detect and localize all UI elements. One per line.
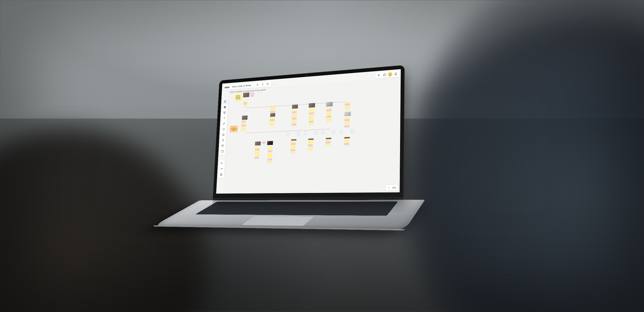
image-thumbnail[interactable] — [292, 104, 298, 109]
sticky-note[interactable] — [309, 110, 314, 112]
sticky-note[interactable] — [270, 111, 275, 113]
sticky-note[interactable] — [267, 156, 272, 158]
sticky-note[interactable] — [270, 117, 275, 119]
sticky-note[interactable] — [344, 123, 350, 125]
sticky-note[interactable] — [291, 141, 296, 143]
image-thumbnail[interactable] — [267, 141, 273, 145]
sticky-note[interactable] — [344, 143, 349, 145]
image-thumbnail[interactable] — [270, 113, 276, 117]
export-button[interactable] — [260, 82, 264, 86]
sticky-note[interactable] — [291, 147, 296, 149]
sticky-note[interactable] — [309, 116, 314, 118]
notifications-button[interactable] — [393, 71, 398, 76]
device-frame[interactable] — [333, 130, 335, 134]
undo-button[interactable] — [219, 160, 224, 166]
sticky-note[interactable] — [270, 123, 274, 126]
fit-view-button[interactable] — [219, 172, 224, 177]
sticky-note[interactable] — [255, 155, 259, 156]
sticky-note[interactable] — [292, 119, 297, 121]
sticky-note[interactable] — [326, 142, 330, 143]
sticky-note[interactable] — [309, 114, 314, 116]
redo-button[interactable] — [219, 166, 224, 172]
device-frame[interactable] — [315, 131, 317, 134]
sticky-note[interactable] — [244, 100, 247, 102]
sticky-note[interactable] — [327, 109, 332, 111]
board-menu-button[interactable] — [256, 82, 259, 87]
sticky-note[interactable] — [292, 109, 297, 111]
sticky-note[interactable] — [292, 118, 296, 119]
tool-connect[interactable] — [220, 137, 226, 143]
device-frame[interactable] — [322, 131, 324, 134]
sticky-note[interactable] — [292, 113, 297, 115]
sticky-note[interactable] — [254, 157, 259, 158]
device-frame[interactable] — [304, 132, 306, 135]
sticky-note[interactable] — [308, 123, 314, 125]
sticky-note[interactable] — [270, 121, 275, 123]
sticky-note[interactable] — [250, 94, 254, 96]
search-button[interactable] — [266, 82, 270, 86]
sticky-note[interactable] — [326, 111, 331, 113]
sticky-note[interactable] — [345, 116, 350, 118]
image-thumbnail[interactable] — [242, 115, 248, 120]
sticky-note[interactable] — [309, 112, 314, 114]
device-frame[interactable] — [297, 132, 299, 135]
sticky-note[interactable] — [268, 152, 272, 154]
sticky-note[interactable] — [345, 101, 350, 104]
tool-select[interactable] — [223, 99, 228, 104]
sticky-note[interactable] — [308, 142, 313, 144]
sticky-note[interactable] — [292, 122, 297, 124]
image-thumbnail[interactable] — [344, 112, 351, 116]
sticky-note[interactable] — [326, 139, 330, 141]
tool-shapes[interactable] — [221, 126, 226, 132]
sticky-note[interactable] — [290, 151, 296, 153]
image-thumbnail[interactable] — [308, 103, 316, 108]
sticky-note[interactable]: Aktuelle, gekürzte Fassung — [234, 94, 242, 101]
sticky-note[interactable] — [268, 150, 272, 152]
image-thumbnail[interactable] — [344, 136, 350, 138]
sticky-note[interactable] — [326, 116, 331, 118]
sticky-note[interactable] — [344, 121, 350, 123]
device-frame[interactable] — [340, 130, 342, 133]
sticky-note[interactable] — [308, 146, 313, 148]
tool-comment[interactable] — [220, 143, 225, 148]
image-thumbnail[interactable] — [243, 92, 250, 97]
sticky-note[interactable] — [308, 140, 313, 142]
tool-frame[interactable] — [222, 110, 227, 115]
miro-logo[interactable]: miro — [224, 86, 230, 89]
sticky-note[interactable] — [291, 145, 296, 147]
tool-text[interactable] — [222, 116, 226, 121]
sticky-note[interactable] — [292, 116, 296, 117]
sticky-note[interactable] — [244, 104, 247, 107]
image-thumbnail[interactable] — [326, 137, 332, 139]
sticky-note[interactable] — [255, 146, 260, 148]
sticky-note[interactable] — [326, 118, 331, 120]
sticky-note[interactable] — [241, 128, 246, 131]
sticky-note[interactable] — [326, 120, 331, 122]
cursor-tracking-button[interactable] — [376, 72, 381, 78]
device-frame[interactable] — [351, 129, 353, 133]
sticky-note[interactable] — [345, 104, 350, 106]
sticky-note[interactable] — [344, 141, 349, 143]
sticky-note[interactable] — [309, 118, 314, 120]
sticky-note[interactable] — [268, 148, 272, 150]
sticky-note[interactable] — [344, 126, 350, 127]
sticky-note[interactable] — [242, 122, 246, 124]
image-thumbnail[interactable] — [291, 139, 297, 140]
sticky-note[interactable] — [267, 160, 272, 162]
sticky-note[interactable] — [244, 102, 247, 104]
sticky-note[interactable] — [292, 124, 296, 126]
sticky-note[interactable] — [344, 119, 350, 121]
zoom-out-button[interactable]: − — [388, 186, 390, 189]
sticky-note[interactable] — [255, 153, 259, 155]
sticky-note[interactable] — [344, 138, 349, 140]
tool-sticky[interactable] — [221, 132, 226, 137]
sticky-note[interactable] — [292, 111, 297, 113]
sticky-note[interactable] — [308, 148, 313, 150]
sticky-note[interactable] — [345, 108, 350, 110]
sticky-note[interactable] — [242, 120, 246, 122]
sticky-note[interactable] — [270, 119, 275, 121]
board-canvas[interactable]: Aktuelle, gekürzte Fassung AI + automati… — [224, 78, 400, 192]
sticky-note[interactable] — [250, 92, 254, 94]
sticky-note[interactable] — [267, 158, 272, 160]
sticky-note[interactable] — [268, 154, 272, 156]
